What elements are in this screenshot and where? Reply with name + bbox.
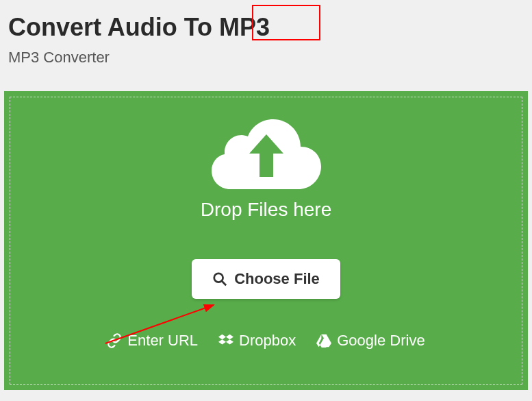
link-icon bbox=[107, 333, 122, 348]
search-icon bbox=[212, 271, 227, 287]
dropbox-link[interactable]: Dropbox bbox=[218, 332, 296, 350]
enter-url-label: Enter URL bbox=[127, 332, 198, 350]
choose-file-button[interactable]: Choose File bbox=[192, 259, 340, 299]
drop-zone[interactable]: Drop Files here Choose File Enter URL Dr… bbox=[10, 97, 522, 385]
drop-panel[interactable]: Drop Files here Choose File Enter URL Dr… bbox=[4, 91, 528, 390]
google-drive-icon bbox=[316, 333, 331, 348]
svg-line-1 bbox=[222, 281, 226, 285]
enter-url-link[interactable]: Enter URL bbox=[107, 332, 198, 350]
choose-file-label: Choose File bbox=[234, 270, 320, 288]
google-drive-label: Google Drive bbox=[337, 332, 425, 350]
dropbox-label: Dropbox bbox=[239, 332, 296, 350]
page-title: Convert Audio To MP3 bbox=[8, 12, 524, 42]
drop-files-text: Drop Files here bbox=[201, 199, 331, 221]
google-drive-link[interactable]: Google Drive bbox=[316, 332, 425, 350]
page-subtitle: MP3 Converter bbox=[8, 49, 524, 66]
dropbox-icon bbox=[218, 333, 233, 348]
cloud-upload-icon bbox=[212, 114, 321, 189]
sources-row: Enter URL Dropbox Google Drive bbox=[107, 332, 425, 350]
svg-point-0 bbox=[214, 274, 223, 282]
